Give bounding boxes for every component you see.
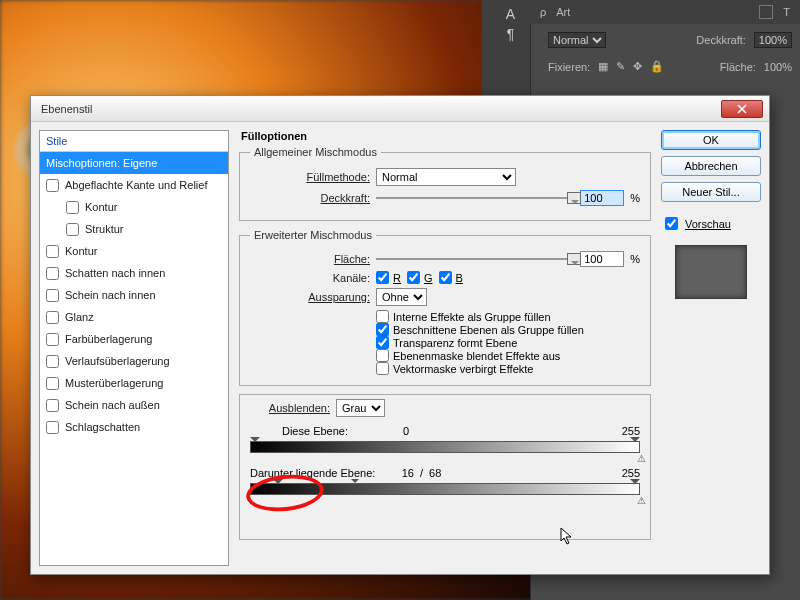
advanced-blending-group: Erweiterter Mischmodus Fläche: % Kanäle:… — [239, 229, 651, 386]
inner-glow-checkbox[interactable] — [46, 289, 59, 302]
blend-if-label: Ausblenden: — [250, 402, 330, 414]
contour-checkbox[interactable] — [66, 201, 79, 214]
list-item-bevel[interactable]: Abgeflachte Kante und Relief — [40, 174, 228, 196]
this-layer-gradient[interactable] — [250, 441, 640, 453]
ok-button[interactable]: OK — [661, 130, 761, 150]
fill-value[interactable]: 100% — [764, 61, 792, 73]
fill-label: Fläche: — [720, 61, 756, 73]
new-style-button[interactable]: Neuer Stil... — [661, 182, 761, 202]
under-layer-label: Darunter liegende Ebene: — [250, 467, 380, 479]
under-layer-gradient[interactable] — [250, 483, 640, 495]
list-item-color-overlay[interactable]: Farbüberlagerung — [40, 328, 228, 350]
drop-shadow-checkbox[interactable] — [46, 421, 59, 434]
channel-g[interactable]: G — [407, 271, 433, 284]
list-item-inner-glow[interactable]: Schein nach innen — [40, 284, 228, 306]
tool-box-icon[interactable] — [759, 5, 773, 19]
pct-label: % — [630, 192, 640, 204]
list-header[interactable]: Stile — [40, 131, 228, 152]
general-blending-group: Allgemeiner Mischmodus Füllmethode: Norm… — [239, 146, 651, 221]
list-item-gradient-overlay[interactable]: Verlaufsüberlagerung — [40, 350, 228, 372]
channels-label: Kanäle: — [250, 272, 370, 284]
gradient-overlay-checkbox[interactable] — [46, 355, 59, 368]
kind-label[interactable]: Art — [556, 6, 570, 18]
check-layer-mask-hides[interactable] — [376, 349, 389, 362]
dialog-buttons: OK Abbrechen Neuer Stil... Vorschau — [661, 130, 761, 566]
list-item-texture[interactable]: Struktur — [40, 218, 228, 240]
check-transparency-shapes[interactable] — [376, 336, 389, 349]
text-icon[interactable]: T — [783, 6, 790, 18]
list-item-inner-shadow[interactable]: Schatten nach innen — [40, 262, 228, 284]
under-white-value: 255 — [622, 467, 640, 479]
paragraph-icon: ¶ — [507, 26, 515, 42]
under-black-marker-a[interactable] — [273, 479, 283, 489]
list-item-outer-glow[interactable]: Schein nach außen — [40, 394, 228, 416]
lock-all-icon[interactable]: 🔒 — [650, 60, 664, 73]
outer-glow-checkbox[interactable] — [46, 399, 59, 412]
blend-if-select[interactable]: Grau — [336, 399, 385, 417]
satin-checkbox[interactable] — [46, 311, 59, 324]
this-layer-label: Diese Ebene: — [250, 425, 380, 437]
lock-label: Fixieren: — [548, 61, 590, 73]
this-black-value: 0 — [386, 425, 426, 437]
blend-if-group: Ausblenden: Grau Diese Ebene: 0 255 Daru — [239, 394, 651, 540]
fill-input[interactable] — [580, 251, 624, 267]
letter-icon: A — [506, 6, 515, 22]
style-list: Stile Mischoptionen: Eigene Abgeflachte … — [39, 130, 229, 566]
this-white-value: 255 — [622, 425, 640, 437]
pattern-overlay-checkbox[interactable] — [46, 377, 59, 390]
channel-r[interactable]: R — [376, 271, 401, 284]
fill-opacity-label: Fläche: — [250, 253, 370, 265]
this-white-marker[interactable] — [630, 437, 640, 447]
options-panel: Fülloptionen Allgemeiner Mischmodus Füll… — [239, 130, 651, 566]
lock-brush-icon[interactable]: ✎ — [616, 60, 625, 73]
list-item-contour[interactable]: Kontur — [40, 196, 228, 218]
under-black-value: 16 — [386, 467, 414, 479]
close-icon — [737, 104, 747, 114]
list-item-blending-options[interactable]: Mischoptionen: Eigene — [40, 152, 228, 174]
layer-style-dialog: Ebenenstil Stile Mischoptionen: Eigene A… — [30, 95, 770, 575]
blend-mode-label: Füllmethode: — [250, 171, 370, 183]
cursor-icon — [560, 527, 574, 545]
under-black-marker-b[interactable] — [351, 479, 359, 487]
check-vector-mask-hides[interactable] — [376, 362, 389, 375]
lock-pixels-icon[interactable]: ▦ — [598, 60, 608, 73]
cancel-button[interactable]: Abbrechen — [661, 156, 761, 176]
channel-b[interactable]: B — [439, 271, 463, 284]
fill-options-title: Fülloptionen — [241, 130, 651, 142]
list-item-stroke[interactable]: Kontur — [40, 240, 228, 262]
under-white-marker[interactable] — [630, 479, 640, 489]
under-black2-value: 68 — [429, 467, 441, 479]
blend-mode-select[interactable]: Normal — [376, 168, 516, 186]
opacity-value[interactable]: 100% — [754, 32, 792, 48]
kind-icon: ρ — [540, 6, 546, 18]
opacity-label: Deckkraft: — [696, 34, 746, 46]
general-blending-legend: Allgemeiner Mischmodus — [250, 146, 381, 158]
warning-icon — [642, 497, 654, 509]
list-item-drop-shadow[interactable]: Schlagschatten — [40, 416, 228, 438]
warning-icon — [642, 455, 654, 467]
knockout-label: Aussparung: — [250, 291, 370, 303]
knockout-select[interactable]: Ohne — [376, 288, 427, 306]
list-item-satin[interactable]: Glanz — [40, 306, 228, 328]
preview-checkbox[interactable] — [665, 217, 678, 230]
check-internal-effects[interactable] — [376, 310, 389, 323]
preview-swatch — [675, 245, 747, 299]
bevel-checkbox[interactable] — [46, 179, 59, 192]
titlebar[interactable]: Ebenenstil — [31, 96, 769, 122]
advanced-blending-legend: Erweiterter Mischmodus — [250, 229, 376, 241]
color-overlay-checkbox[interactable] — [46, 333, 59, 346]
opacity-input[interactable] — [580, 190, 624, 206]
blend-mode-select[interactable]: Normal — [548, 32, 606, 48]
opacity-slider[interactable] — [376, 190, 574, 206]
fill-slider[interactable] — [376, 251, 574, 267]
inner-shadow-checkbox[interactable] — [46, 267, 59, 280]
this-black-marker[interactable] — [250, 437, 260, 447]
check-clipped-layers[interactable] — [376, 323, 389, 336]
stroke-checkbox[interactable] — [46, 245, 59, 258]
lock-move-icon[interactable]: ✥ — [633, 60, 642, 73]
close-button[interactable] — [721, 100, 763, 118]
dialog-title: Ebenenstil — [37, 103, 721, 115]
list-item-pattern-overlay[interactable]: Musterüberlagerung — [40, 372, 228, 394]
preview-toggle[interactable]: Vorschau — [661, 214, 761, 233]
texture-checkbox[interactable] — [66, 223, 79, 236]
